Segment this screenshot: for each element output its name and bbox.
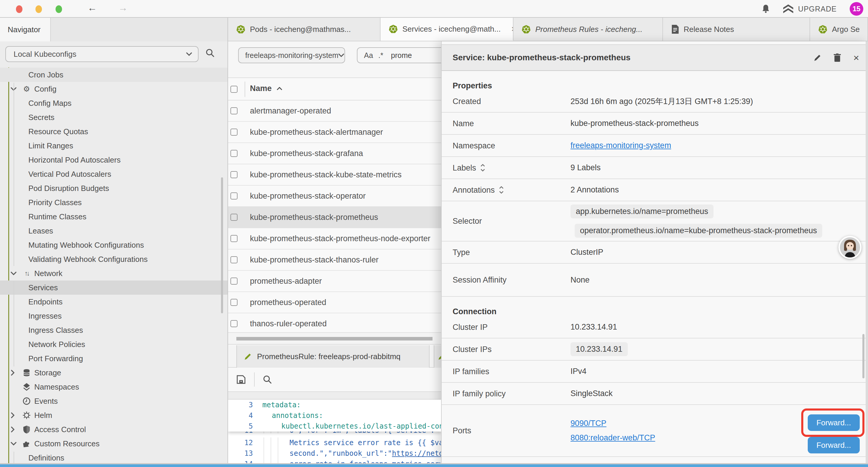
match-case-toggle[interactable]: Aa: [364, 51, 373, 60]
sidebar-item-resource-quotas[interactable]: Resource Quotas: [0, 124, 228, 139]
upgrade-button[interactable]: UPGRADE: [783, 4, 837, 13]
sidebar-item-ingresses[interactable]: Ingresses: [0, 309, 228, 323]
sidebar-item-network-policies[interactable]: Network Policies: [0, 337, 228, 351]
table-row[interactable]: kube-prometheus-stack-grafana: [228, 143, 441, 164]
select-all-checkbox[interactable]: [230, 86, 238, 93]
sidebar-item-runtime-classes[interactable]: Runtime Classes: [0, 209, 228, 224]
back-arrow-icon[interactable]: ←: [88, 2, 97, 13]
notification-count-badge[interactable]: 15: [850, 2, 863, 16]
search-icon[interactable]: [206, 49, 215, 57]
value-link[interactable]: 9090/TCP: [570, 419, 607, 428]
table-row[interactable]: kube-prometheus-stack-kube-state-metrics: [228, 164, 441, 185]
bell-icon[interactable]: [761, 4, 770, 13]
sidebar-item-endpoints[interactable]: Endpoints: [0, 295, 228, 309]
regex-toggle[interactable]: .*: [378, 51, 383, 60]
sidebar-item-access-control[interactable]: Access Control: [0, 422, 228, 437]
delete-trash-icon[interactable]: [834, 54, 841, 62]
table-row[interactable]: kube-prometheus-stack-thanos-ruler: [228, 250, 441, 271]
edit-pencil-icon[interactable]: [814, 54, 821, 61]
sidebar-item-namespaces[interactable]: Namespaces: [0, 380, 228, 394]
close-tab-icon[interactable]: ×: [512, 24, 514, 34]
editor-minimap-strip[interactable]: [228, 391, 441, 400]
row-checkbox[interactable]: [230, 171, 238, 178]
value-link[interactable]: 8080:reloader-web/TCP: [570, 433, 655, 442]
kubeconfig-select[interactable]: Local Kubeconfigs: [5, 46, 198, 62]
close-drawer-icon[interactable]: ×: [853, 52, 859, 63]
table-row[interactable]: kube-prometheus-stack-prometheus: [228, 207, 441, 228]
sidebar-item-helm[interactable]: Helm: [0, 408, 228, 422]
forward-arrow-icon[interactable]: →: [118, 2, 128, 13]
editor-tab-prometheusrule[interactable]: PrometheusRule: freeleaps-prod-rabbitmq: [236, 345, 430, 368]
sidebar-item-custom-resources[interactable]: Custom Resources: [0, 437, 228, 451]
sidebar-item-pod-disruption-budgets[interactable]: Pod Disruption Budgets: [0, 181, 228, 195]
sidebar-item-label: Access Control: [34, 425, 86, 434]
row-checkbox[interactable]: [230, 107, 238, 114]
table-row[interactable]: kube-prometheus-stack-operator: [228, 185, 441, 207]
maximize-window-button[interactable]: [56, 5, 62, 13]
namespace-select[interactable]: freeleaps-monitoring-system: [238, 47, 345, 63]
sidebar-item-vertical-pod-autoscalers[interactable]: Vertical Pod Autoscalers: [0, 167, 228, 181]
chevron-down-icon[interactable]: [11, 442, 17, 446]
sidebar-item-cron-jobs[interactable]: Cron Jobs: [0, 68, 228, 82]
row-checkbox[interactable]: [230, 128, 238, 136]
sidebar-item-horizontal-pod-autoscalers[interactable]: Horizontal Pod Autoscalers: [0, 153, 228, 167]
sidebar-item-network[interactable]: ↑↓Network: [0, 266, 228, 281]
sort-toggle-icon[interactable]: [480, 164, 485, 172]
table-row[interactable]: prometheus-operated: [228, 292, 441, 313]
yaml-editor[interactable]: 3metadata:4annotations:5kubectl.kubernet…: [228, 400, 441, 467]
sidebar-item-config[interactable]: ⚙Config: [0, 82, 228, 96]
scrollbar-thumb[interactable]: [236, 337, 433, 341]
chevron-down-icon[interactable]: [11, 271, 17, 275]
close-window-button[interactable]: [16, 5, 23, 13]
table-row[interactable]: kube-prometheus-stack-prometheus-node-ex…: [228, 228, 441, 250]
editor-tab-partial[interactable]: [434, 345, 441, 368]
row-checkbox[interactable]: [230, 278, 238, 285]
sidebar-item-priority-classes[interactable]: Priority Classes: [0, 195, 228, 209]
sidebar-item-storage[interactable]: Storage: [0, 366, 228, 380]
forward-button[interactable]: Forward...: [808, 437, 860, 454]
save-icon[interactable]: [236, 375, 246, 384]
doc-tab-3[interactable]: Release Notes: [663, 18, 810, 41]
sort-toggle-icon[interactable]: [499, 186, 504, 194]
horizontal-scrollbar[interactable]: [228, 332, 441, 345]
sidebar-item-limit-ranges[interactable]: Limit Ranges: [0, 139, 228, 153]
chevron-right-icon[interactable]: [11, 370, 17, 376]
row-checkbox[interactable]: [230, 193, 238, 200]
sidebar-item-ingress-classes[interactable]: Ingress Classes: [0, 323, 228, 337]
row-checkbox[interactable]: [230, 150, 238, 157]
sidebar-item-mutating-webhook-configurations[interactable]: Mutating Webhook Configurations: [0, 238, 228, 252]
table-search-input[interactable]: Aa .* prome: [357, 47, 441, 63]
doc-tab-0[interactable]: Pods - icecheng@mathmas...: [228, 18, 380, 41]
table-row[interactable]: alertmanager-operated: [228, 100, 441, 122]
table-row[interactable]: kube-prometheus-stack-alertmanager: [228, 122, 441, 143]
code-link[interactable]: https://netops: [392, 449, 441, 458]
row-checkbox[interactable]: [230, 299, 238, 306]
chevron-right-icon[interactable]: [11, 412, 17, 418]
doc-tab-2[interactable]: Prometheus Rules - icecheng...: [514, 18, 663, 41]
value-link[interactable]: freeleaps-monitoring-system: [570, 141, 671, 150]
doc-tab-1[interactable]: Services - icecheng@math...×: [380, 18, 514, 41]
row-checkbox[interactable]: [230, 235, 238, 242]
user-avatar[interactable]: [838, 236, 862, 259]
table-row[interactable]: prometheus-adapter: [228, 271, 441, 292]
sidebar-item-validating-webhook-configurations[interactable]: Validating Webhook Configurations: [0, 252, 228, 266]
sidebar-item-events[interactable]: Events: [0, 394, 228, 408]
sidebar-item-config-maps[interactable]: Config Maps: [0, 96, 228, 110]
sidebar-item-secrets[interactable]: Secrets: [0, 110, 228, 124]
sidebar-item-leases[interactable]: Leases: [0, 224, 228, 238]
column-header-name[interactable]: Name: [250, 84, 282, 93]
tab-navigator[interactable]: Navigator: [0, 18, 51, 41]
doc-tab-4[interactable]: Argo Se: [810, 18, 868, 41]
minimize-window-button[interactable]: [35, 5, 42, 13]
sidebar-item-services[interactable]: Services: [0, 281, 228, 295]
table-row[interactable]: thanos-ruler-operated: [228, 313, 441, 334]
editor-search-icon[interactable]: [263, 375, 272, 384]
sidebar-scrollbar[interactable]: [221, 177, 223, 313]
row-checkbox[interactable]: [230, 320, 238, 327]
drawer-scrollbar[interactable]: [862, 334, 864, 378]
sidebar-item-definitions[interactable]: Definitions: [0, 451, 228, 465]
row-checkbox[interactable]: [230, 256, 238, 263]
chevron-right-icon[interactable]: [11, 427, 17, 432]
sidebar-item-port-forwarding[interactable]: Port Forwarding: [0, 351, 228, 366]
row-checkbox[interactable]: [230, 214, 238, 221]
